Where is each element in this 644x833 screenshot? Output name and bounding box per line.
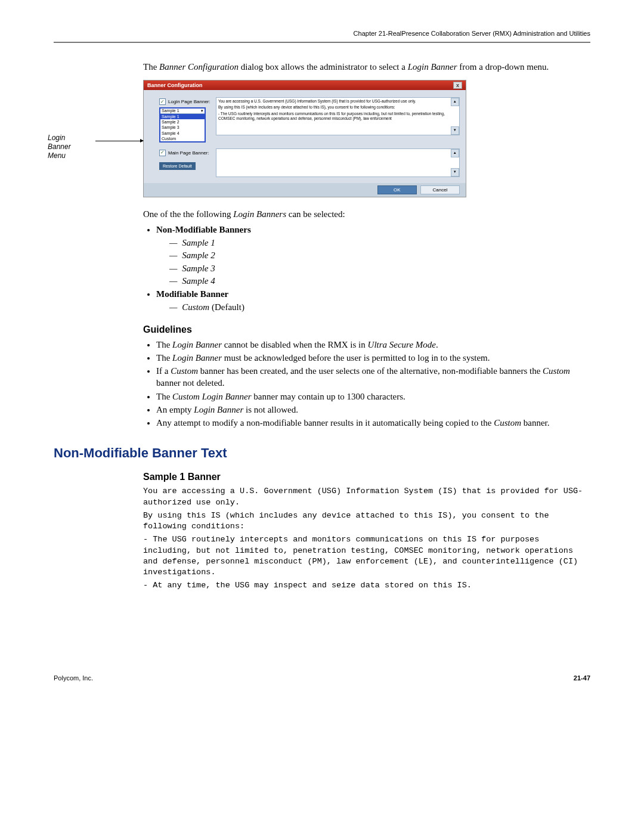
list-item: Sample 4 <box>169 275 590 287</box>
list-item: Sample 2 <box>169 249 590 261</box>
scroll-down-icon[interactable]: ▾ <box>451 126 459 135</box>
after-figure-paragraph: One of the the following Login Banners c… <box>143 208 590 220</box>
list-heading: Modifiable Banner <box>156 289 228 299</box>
restore-default-button[interactable]: Restore Default <box>159 162 196 170</box>
checkbox-icon: ✓ <box>159 150 166 156</box>
sample1-heading: Sample 1 Banner <box>143 472 590 482</box>
scroll-up-icon[interactable]: ▴ <box>451 98 459 106</box>
login-page-banner-checkbox[interactable]: ✓ Login Page Banner: <box>159 98 212 105</box>
list-item: Custom (Default) <box>169 301 590 313</box>
dialog-titlebar: Banner Configuration x <box>144 80 466 90</box>
sample1-text: By using this IS (which includes any dev… <box>143 510 590 532</box>
chapter-header: Chapter 21-RealPresence Collaboration Se… <box>54 30 590 43</box>
login-banner-textarea[interactable]: You are accessing a U.S. Government (USG… <box>216 97 460 135</box>
main-banner-textarea[interactable]: ▴ ▾ <box>216 148 460 177</box>
dropdown-option[interactable]: Sample 2 <box>160 119 205 125</box>
callout-arrow-icon <box>95 141 143 141</box>
sample1-text: You are accessing a U.S. Government (USG… <box>143 486 590 507</box>
dropdown-option[interactable]: Sample 1 <box>160 114 205 119</box>
dropdown-option[interactable]: Sample 4 <box>160 131 205 136</box>
checkbox-icon: ✓ <box>159 98 166 105</box>
ok-button[interactable]: OK <box>377 185 417 194</box>
footer-company: Polycom, Inc. <box>54 674 93 682</box>
chevron-down-icon: ▾ <box>201 109 203 113</box>
banner-config-dialog: Banner Configuration x ✓ Login Page Bann… <box>143 80 466 197</box>
page-number: 21-47 <box>574 674 590 682</box>
page-footer: Polycom, Inc. 21-47 <box>54 674 590 682</box>
list-heading: Non-Modifiable Banners <box>156 225 251 234</box>
sample1-text: - At any time, the USG may inspect and s… <box>143 580 590 591</box>
guidelines-heading: Guidelines <box>143 324 590 335</box>
guidelines-list: The Login Banner cannot be disabled when… <box>143 339 590 429</box>
scroll-up-icon[interactable]: ▴ <box>451 149 459 157</box>
section-heading: Non-Modifiable Banner Text <box>54 445 590 461</box>
close-icon[interactable]: x <box>453 82 462 89</box>
banner-types-list: Non-Modifiable Banners Sample 1 Sample 2… <box>143 224 590 314</box>
intro-paragraph: The Banner Configuration dialog box allo… <box>143 61 590 73</box>
figure-callout-label: Login Banner Menu <box>48 134 95 160</box>
cancel-button[interactable]: Cancel <box>420 185 460 194</box>
figure-banner-config: Login Banner Menu Banner Configuration x… <box>143 80 590 197</box>
sample1-text: - The USG routinely intercepts and monit… <box>143 534 590 578</box>
login-banner-dropdown[interactable]: Sample 1▾ Sample 1 Sample 2 Sample 3 Sam… <box>159 107 206 142</box>
dropdown-option[interactable]: Sample 3 <box>160 125 205 130</box>
dialog-title-text: Banner Configuration <box>147 82 203 88</box>
scroll-down-icon[interactable]: ▾ <box>451 168 459 176</box>
dropdown-option[interactable]: Custom <box>160 136 205 141</box>
main-page-banner-checkbox[interactable]: ✓ Main Page Banner: <box>159 150 212 156</box>
list-item: Sample 1 <box>169 237 590 249</box>
list-item: Sample 3 <box>169 262 590 274</box>
